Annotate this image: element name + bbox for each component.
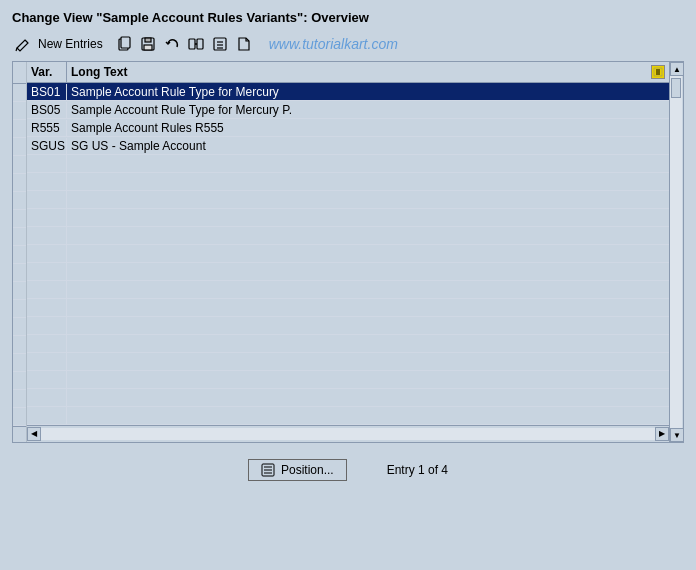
empty-row bbox=[27, 389, 669, 407]
row-selector-19 bbox=[13, 408, 26, 426]
scroll-h-track[interactable] bbox=[41, 428, 655, 440]
scroll-v-track[interactable] bbox=[670, 76, 682, 428]
table-row[interactable]: BS05 Sample Account Rule Type for Mercur… bbox=[27, 101, 669, 119]
vertical-scrollbar: ▲ ▼ bbox=[669, 62, 683, 442]
watermark: www.tutorialkart.com bbox=[269, 36, 398, 52]
row-selector-col bbox=[13, 62, 27, 442]
table-row[interactable]: R555 Sample Account Rules R555 bbox=[27, 119, 669, 137]
row-selector-4[interactable] bbox=[13, 138, 26, 156]
empty-row bbox=[27, 299, 669, 317]
cell-text-1: Sample Account Rule Type for Mercury bbox=[67, 84, 669, 100]
scroll-right-btn[interactable]: ▶ bbox=[655, 427, 669, 441]
scroll-left-btn[interactable]: ◀ bbox=[27, 427, 41, 441]
row-selector-13 bbox=[13, 300, 26, 318]
svg-rect-2 bbox=[121, 37, 130, 48]
empty-row bbox=[27, 155, 669, 173]
row-selector-11 bbox=[13, 264, 26, 282]
main-window: Change View "Sample Account Rules Varian… bbox=[0, 0, 696, 570]
svg-rect-5 bbox=[144, 45, 152, 50]
table-row[interactable]: BS01 Sample Account Rule Type for Mercur… bbox=[27, 83, 669, 101]
row-selector-9 bbox=[13, 228, 26, 246]
position-button[interactable]: Position... bbox=[248, 459, 347, 481]
list-icon[interactable] bbox=[209, 33, 231, 55]
empty-row bbox=[27, 281, 669, 299]
row-selector-10 bbox=[13, 246, 26, 264]
col-longtext-header: Long Text bbox=[67, 62, 669, 82]
svg-rect-4 bbox=[145, 38, 151, 42]
empty-row bbox=[27, 407, 669, 425]
empty-row bbox=[27, 263, 669, 281]
svg-rect-6 bbox=[189, 39, 195, 49]
footer: Position... Entry 1 of 4 bbox=[4, 443, 692, 489]
entry-info: Entry 1 of 4 bbox=[387, 463, 448, 477]
horizontal-scrollbar: ◀ ▶ bbox=[27, 425, 669, 441]
cell-var-3: R555 bbox=[27, 120, 67, 136]
main-table: Var. Long Text bbox=[27, 62, 669, 442]
title-bar: Change View "Sample Account Rules Varian… bbox=[4, 4, 692, 29]
content-area: Var. Long Text bbox=[12, 61, 684, 443]
cell-text-3: Sample Account Rules R555 bbox=[67, 120, 669, 136]
empty-row bbox=[27, 191, 669, 209]
empty-row bbox=[27, 371, 669, 389]
row-selector-7 bbox=[13, 192, 26, 210]
row-selector-17 bbox=[13, 372, 26, 390]
scroll-down-btn[interactable]: ▼ bbox=[670, 428, 684, 442]
row-selector-12 bbox=[13, 282, 26, 300]
empty-row bbox=[27, 353, 669, 371]
empty-row bbox=[27, 209, 669, 227]
empty-row bbox=[27, 335, 669, 353]
col-longtext-label: Long Text bbox=[71, 65, 127, 79]
row-selector-18 bbox=[13, 390, 26, 408]
row-selector-5 bbox=[13, 156, 26, 174]
scroll-up-btn[interactable]: ▲ bbox=[670, 62, 684, 76]
position-btn-label: Position... bbox=[281, 463, 334, 477]
scroll-v-thumb[interactable] bbox=[671, 78, 681, 98]
svg-line-0 bbox=[16, 48, 17, 51]
cell-var-1: BS01 bbox=[27, 84, 67, 100]
svg-rect-7 bbox=[197, 39, 203, 49]
table-rows: BS01 Sample Account Rule Type for Mercur… bbox=[27, 83, 669, 425]
row-selector-1[interactable] bbox=[13, 84, 26, 102]
cell-text-4: SG US - Sample Account bbox=[67, 138, 669, 154]
toolbar: New Entries bbox=[4, 29, 692, 61]
copy-doc-icon[interactable] bbox=[113, 33, 135, 55]
empty-row bbox=[27, 317, 669, 335]
row-selector-14 bbox=[13, 318, 26, 336]
column-settings-icon[interactable] bbox=[651, 65, 665, 79]
empty-row bbox=[27, 227, 669, 245]
row-selector-6 bbox=[13, 174, 26, 192]
empty-row bbox=[27, 245, 669, 263]
row-selector-3[interactable] bbox=[13, 120, 26, 138]
undo-icon[interactable] bbox=[161, 33, 183, 55]
row-selector-15 bbox=[13, 336, 26, 354]
pencil-icon[interactable] bbox=[12, 33, 34, 55]
new-entries-label[interactable]: New Entries bbox=[38, 37, 103, 51]
window-title: Change View "Sample Account Rules Varian… bbox=[12, 10, 369, 25]
table-outer: Var. Long Text bbox=[12, 61, 684, 443]
col-var-header: Var. bbox=[27, 62, 67, 82]
cell-var-2: BS05 bbox=[27, 102, 67, 118]
row-selector-8 bbox=[13, 210, 26, 228]
save-icon[interactable] bbox=[137, 33, 159, 55]
move-icon[interactable] bbox=[185, 33, 207, 55]
table-row[interactable]: SGUS SG US - Sample Account bbox=[27, 137, 669, 155]
row-selector-16 bbox=[13, 354, 26, 372]
row-selector-2[interactable] bbox=[13, 102, 26, 120]
cell-var-4: SGUS bbox=[27, 138, 67, 154]
empty-row bbox=[27, 173, 669, 191]
table-header: Var. Long Text bbox=[27, 62, 669, 83]
doc-icon[interactable] bbox=[233, 33, 255, 55]
cell-text-2: Sample Account Rule Type for Mercury P. bbox=[67, 102, 669, 118]
